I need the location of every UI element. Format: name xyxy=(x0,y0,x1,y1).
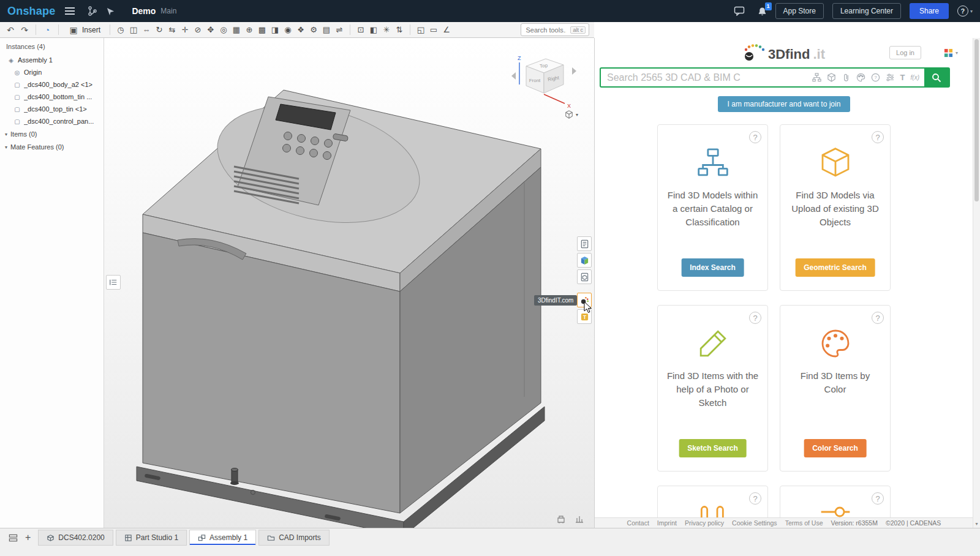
scroll-down-arrow-icon[interactable]: ▾ xyxy=(973,521,980,527)
gear-relation-icon[interactable]: ⚙ xyxy=(309,26,318,34)
privacy-link[interactable]: Privacy policy xyxy=(685,519,724,527)
findit-scrollbar[interactable]: ▾ xyxy=(973,38,980,528)
follow-mode-icon[interactable] xyxy=(106,7,115,16)
tab-dcs402[interactable]: DCS402.0200 xyxy=(38,530,113,546)
geometric-search-icon[interactable] xyxy=(827,73,836,82)
planar-mate-icon[interactable]: ✛ xyxy=(180,26,190,34)
help-icon[interactable]: ? xyxy=(749,492,761,505)
rack-relation-icon[interactable]: ▤ xyxy=(322,26,331,34)
cookie-settings-link[interactable]: Cookie Settings xyxy=(732,519,777,527)
view-cube[interactable]: Z X Top Front Right xyxy=(511,53,578,114)
geometric-search-button[interactable]: Geometric Search xyxy=(795,258,875,277)
findit-logo[interactable]: 3Dfind.it xyxy=(743,44,825,61)
plot-icon[interactable] xyxy=(556,514,566,524)
pattern-icon[interactable]: ▩ xyxy=(257,26,267,34)
chevron-down-icon: ▾ xyxy=(970,9,973,14)
classification-icon[interactable] xyxy=(812,73,821,82)
main-menu-icon[interactable] xyxy=(65,7,75,15)
tool-search-box[interactable]: alt c xyxy=(521,23,589,36)
notifications-icon[interactable]: 1 xyxy=(758,7,767,16)
scale-icon[interactable] xyxy=(575,514,584,524)
tree-item-part[interactable]: ▢ _dcs400_body_a2 <1> xyxy=(0,78,104,91)
imprint-link[interactable]: Imprint xyxy=(657,519,677,527)
tree-item-part[interactable]: ▢ _dsc400_control_pan... xyxy=(0,115,104,127)
cylindrical-mate-icon[interactable]: ⊘ xyxy=(193,26,203,34)
scrollbar-thumb[interactable] xyxy=(974,39,979,201)
tab-part-studio-1[interactable]: Part Studio 1 xyxy=(116,530,187,546)
tool-search-input[interactable] xyxy=(524,26,567,34)
language-selector[interactable]: ▾ xyxy=(944,48,958,58)
color-search-button[interactable]: Color Search xyxy=(804,439,867,457)
group-icon[interactable]: ▦ xyxy=(232,26,241,34)
tree-item-part[interactable]: ▢ _dcs400_bottom_tin ... xyxy=(0,91,104,103)
help-icon[interactable]: ? xyxy=(872,131,884,143)
pin-slot-mate-icon[interactable]: ✥ xyxy=(206,26,216,34)
chevron-down-icon: ▾ xyxy=(5,145,7,150)
circular-pattern-icon[interactable]: ◉ xyxy=(283,26,293,34)
screw-relation-icon[interactable]: ⇌ xyxy=(334,26,344,34)
tab-cad-imports[interactable]: CAD Imports xyxy=(258,530,330,546)
clock-icon[interactable]: ◷ xyxy=(116,26,126,34)
learning-center-button[interactable]: Learning Center xyxy=(832,3,901,19)
attachment-icon[interactable] xyxy=(842,73,851,82)
help-icon[interactable]: ? xyxy=(872,492,884,505)
help-icon[interactable]: ? xyxy=(957,6,968,17)
workspace-name[interactable]: Main xyxy=(160,7,176,15)
terms-link[interactable]: Terms of Use xyxy=(785,519,823,527)
snapshot-icon[interactable]: ⊡ xyxy=(356,26,366,34)
redo-icon[interactable]: ↷ xyxy=(19,25,30,35)
tree-item-part[interactable]: ▢ _dcs400_top_tin <1> xyxy=(0,103,104,115)
tree-item-origin[interactable]: ◎ Origin xyxy=(0,66,104,78)
findit-search-input[interactable] xyxy=(601,72,812,83)
named-views-button[interactable] xyxy=(577,236,592,251)
sketch-search-button[interactable]: Sketch Search xyxy=(679,439,747,457)
help-icon[interactable]: ? xyxy=(749,131,761,143)
mate-connector-icon[interactable]: ⊕ xyxy=(244,26,254,34)
add-tab-button[interactable]: + xyxy=(25,533,31,543)
tree-item-assembly[interactable]: ◈ Assembly 1 xyxy=(0,54,104,66)
text-search-icon[interactable]: T xyxy=(900,73,905,82)
contact-link[interactable]: Contact xyxy=(627,519,649,527)
undo-icon[interactable]: ↶ xyxy=(5,25,16,35)
parts-view-button[interactable] xyxy=(577,253,592,268)
help-icon[interactable]: ? xyxy=(749,312,761,324)
color-search-icon[interactable] xyxy=(856,73,865,82)
fastened-mate-icon[interactable]: ⇔ xyxy=(141,26,151,34)
app-store-button[interactable]: App Store xyxy=(775,3,824,19)
onshape-logo[interactable]: Onshape xyxy=(7,5,55,18)
flat-pattern-icon[interactable]: ▭ xyxy=(429,26,439,34)
replicate-icon[interactable]: ❖ xyxy=(296,26,306,34)
login-button[interactable]: Log in xyxy=(889,46,921,59)
configurations-button[interactable] xyxy=(577,269,592,284)
search-button[interactable] xyxy=(924,69,949,86)
revolute-mate-icon[interactable]: ↻ xyxy=(154,26,164,34)
mate-features-section[interactable]: ▾ Mate Features (0) xyxy=(0,140,104,153)
named-positions-icon[interactable]: ⇅ xyxy=(394,26,404,34)
share-button[interactable]: Share xyxy=(910,3,949,19)
assembly-tree-toggle-button[interactable] xyxy=(106,275,121,290)
insert-button[interactable]: ▣ Insert xyxy=(64,24,104,36)
help-icon[interactable]: ? xyxy=(872,312,884,324)
sheet-metal-icon[interactable]: ◱ xyxy=(416,26,426,34)
graphics-viewport[interactable]: Z X Top Front Right ▾ xyxy=(104,38,594,528)
view-options-button[interactable]: ▾ xyxy=(565,110,578,119)
help-search-icon[interactable]: ? xyxy=(871,73,880,82)
manufacturer-join-button[interactable]: I am manufacturer and want to join xyxy=(718,96,851,112)
exploded-view-icon[interactable]: ✳ xyxy=(382,26,391,34)
index-search-button[interactable]: Index Search xyxy=(681,258,744,277)
function-search-icon[interactable]: f(x) xyxy=(911,74,919,81)
help-menu[interactable]: ? ▾ xyxy=(957,6,973,17)
comments-icon[interactable] xyxy=(734,6,745,16)
versions-icon[interactable] xyxy=(88,6,97,16)
mate-icon[interactable]: ◫ xyxy=(129,26,138,34)
linear-pattern-icon[interactable]: ◨ xyxy=(270,26,280,34)
ball-mate-icon[interactable]: ◎ xyxy=(219,26,228,34)
slider-mate-icon[interactable]: ⇆ xyxy=(167,26,177,34)
measure-icon[interactable]: ∠ xyxy=(442,26,451,34)
manage-tabs-icon[interactable] xyxy=(9,533,18,543)
orbit-icon[interactable]: ◔ xyxy=(42,25,53,35)
tab-assembly-1[interactable]: Assembly 1 xyxy=(189,530,256,546)
filter-sliders-icon[interactable] xyxy=(886,73,895,82)
display-states-icon[interactable]: ◧ xyxy=(369,26,379,34)
items-section[interactable]: ▾ Items (0) xyxy=(0,127,104,140)
